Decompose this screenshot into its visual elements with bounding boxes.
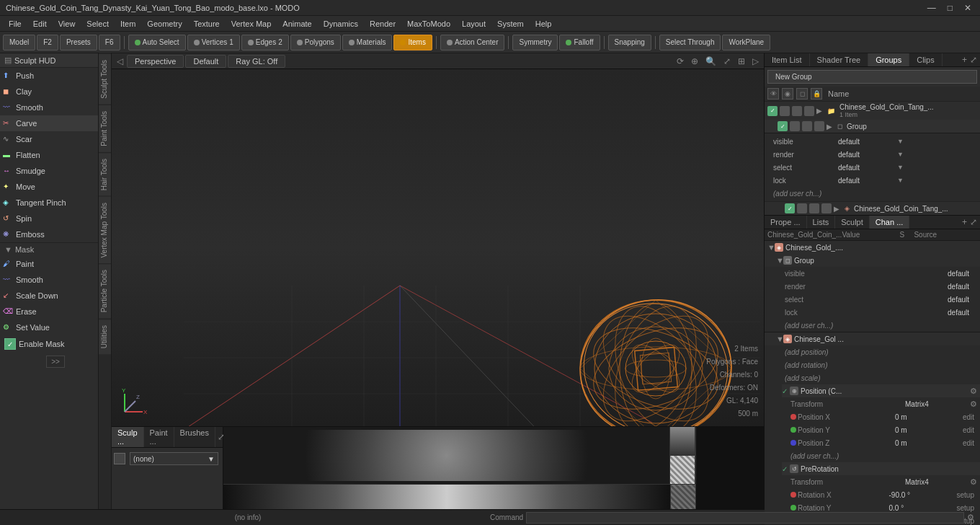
tool-clay[interactable]: ◼ Clay bbox=[0, 84, 111, 100]
side-tab-paint[interactable]: Paint Tools bbox=[99, 105, 111, 152]
tree-prerot-row[interactable]: ✓ ↺ PreRotation bbox=[782, 462, 980, 475]
f2-button[interactable]: F2 bbox=[37, 35, 58, 50]
props-tab-properties[interactable]: Prope ... bbox=[765, 216, 807, 229]
props-tab-channels[interactable]: Chan ... bbox=[870, 216, 910, 229]
g-lck-dropdown[interactable]: default ▼ bbox=[948, 309, 977, 317]
auto-select-button[interactable]: Auto Select bbox=[128, 35, 186, 50]
mesh-render-icon[interactable] bbox=[797, 203, 807, 213]
minimize-button[interactable]: — bbox=[925, 3, 939, 13]
props-tab-sculpt[interactable]: Sculpt bbox=[835, 216, 870, 229]
tool-carve[interactable]: ✂ Carve bbox=[0, 115, 111, 131]
menu-help[interactable]: Help bbox=[530, 18, 558, 30]
menu-animate[interactable]: Animate bbox=[277, 18, 317, 30]
tree-group-row[interactable]: ▼ ◻ Group bbox=[765, 254, 980, 267]
menu-render[interactable]: Render bbox=[364, 18, 401, 30]
visibility-header-icon[interactable]: 👁 bbox=[767, 88, 779, 100]
render-header-icon[interactable]: ◉ bbox=[782, 88, 793, 100]
bottom-tab-sculpt[interactable]: Sculp ... bbox=[112, 427, 144, 447]
bottom-tab-brushes[interactable]: Brushes bbox=[174, 427, 215, 447]
enable-mask-row[interactable]: ✓ Enable Mask bbox=[0, 335, 111, 353]
mesh-vis-icon[interactable]: ✓ bbox=[785, 203, 795, 213]
brush-color-swatch[interactable] bbox=[114, 453, 125, 464]
tree-root[interactable]: ▼ ◈ Chinese_Gold_.... bbox=[765, 241, 980, 254]
mesh-item[interactable]: ✓ ▶ ◈ Chinese_Gold_Coin_Tang_... bbox=[765, 201, 980, 215]
action-center-button[interactable]: Action Center bbox=[440, 35, 505, 50]
tool-spin[interactable]: ↺ Spin bbox=[0, 211, 111, 226]
vp-fit-icon[interactable]: ⤢ bbox=[721, 56, 733, 66]
presets-button[interactable]: Presets bbox=[60, 35, 97, 50]
menu-select[interactable]: Select bbox=[81, 18, 115, 30]
sub-lock-icon[interactable] bbox=[814, 121, 824, 131]
enable-mask-checkbox[interactable]: ✓ bbox=[4, 338, 16, 350]
transform2-gear[interactable]: ⚙ bbox=[970, 477, 977, 487]
sub-vis-icon[interactable]: ✓ bbox=[778, 121, 788, 131]
posx-edit[interactable]: edit bbox=[960, 413, 977, 421]
viewport-default-tab[interactable]: Default bbox=[185, 55, 226, 68]
more-button[interactable]: >> bbox=[46, 356, 65, 368]
snapping-button[interactable]: Snapping bbox=[608, 35, 651, 50]
lock-icon[interactable] bbox=[804, 106, 814, 116]
polygons-button[interactable]: Polygons bbox=[290, 35, 341, 50]
prop-render-dropdown[interactable]: default ▼ bbox=[838, 151, 868, 159]
tree-mesh-row[interactable]: ▼ ◈ Chinese_Gol ... bbox=[765, 332, 980, 345]
mesh-lock-icon[interactable] bbox=[821, 203, 832, 213]
tool-push[interactable]: ⬆ Push bbox=[0, 68, 111, 84]
select-icon[interactable] bbox=[792, 106, 802, 116]
menu-maxtomodo[interactable]: MaxToModo bbox=[401, 18, 456, 30]
menu-vertex-map[interactable]: Vertex Map bbox=[226, 18, 277, 30]
vertices-button[interactable]: Vertices 1 bbox=[187, 35, 240, 50]
select-through-button[interactable]: Select Through bbox=[659, 35, 721, 50]
prop-visible-dropdown[interactable]: default ▼ bbox=[838, 138, 868, 146]
posy-edit[interactable]: edit bbox=[960, 426, 977, 434]
g-sel-dropdown[interactable]: default ▼ bbox=[948, 296, 977, 304]
select-header-icon[interactable]: ◻ bbox=[796, 88, 808, 100]
vp-expand-icon[interactable]: ▷ bbox=[750, 56, 761, 66]
side-tab-vertex[interactable]: Vertex Map Tools bbox=[99, 196, 111, 264]
tool-flatten[interactable]: ▬ Flatten bbox=[0, 147, 111, 163]
tool-smooth2[interactable]: 〰 Smooth bbox=[0, 272, 111, 288]
tab-clips[interactable]: Clips bbox=[909, 53, 942, 66]
tool-move[interactable]: ✦ Move bbox=[0, 179, 111, 195]
menu-edit[interactable]: Edit bbox=[27, 18, 53, 30]
viewport-raygl-tab[interactable]: Ray GL: Off bbox=[228, 55, 285, 68]
render-icon[interactable] bbox=[780, 106, 790, 116]
sub-select-icon[interactable] bbox=[802, 121, 812, 131]
tool-scar[interactable]: ∿ Scar bbox=[0, 131, 111, 147]
menu-texture[interactable]: Texture bbox=[188, 18, 226, 30]
menu-item[interactable]: Item bbox=[115, 18, 141, 30]
tab-shader-tree[interactable]: Shader Tree bbox=[810, 53, 869, 66]
vis-icon[interactable]: ✓ bbox=[767, 106, 778, 116]
materials-button[interactable]: Materials bbox=[342, 35, 393, 50]
posz-edit[interactable]: edit bbox=[960, 439, 977, 447]
tool-smooth1[interactable]: 〰 Smooth bbox=[0, 100, 111, 115]
side-tab-utilities[interactable]: Utilities bbox=[99, 319, 111, 354]
prop-select-dropdown[interactable]: default ▼ bbox=[838, 164, 868, 172]
g-ren-dropdown[interactable]: default ▼ bbox=[948, 283, 977, 291]
vp-reset-icon[interactable]: ⟳ bbox=[674, 56, 686, 66]
menu-view[interactable]: View bbox=[53, 18, 81, 30]
side-tab-sculpt[interactable]: Sculpt Tools bbox=[99, 53, 111, 105]
prop-lock-dropdown[interactable]: default ▼ bbox=[838, 177, 868, 185]
viewport-perspective-tab[interactable]: Perspective bbox=[127, 55, 184, 68]
sub-render-icon[interactable] bbox=[790, 121, 800, 131]
tab-item-list[interactable]: Item List bbox=[765, 53, 810, 66]
symmetry-button[interactable]: Symmetry bbox=[512, 35, 558, 50]
menu-geometry[interactable]: Geometry bbox=[141, 18, 187, 30]
props-add-icon[interactable]: + bbox=[962, 217, 967, 227]
rotx-setup[interactable]: setup bbox=[954, 491, 977, 499]
vp-zoom-icon[interactable]: 🔍 bbox=[703, 56, 718, 66]
group-sub-item[interactable]: ✓ ▶ ◻ Group bbox=[765, 120, 980, 133]
roty-setup[interactable]: setup bbox=[954, 504, 977, 512]
new-group-button[interactable]: New Group bbox=[767, 70, 977, 84]
tool-emboss[interactable]: ❋ Emboss bbox=[0, 226, 111, 242]
maximize-button[interactable]: □ bbox=[945, 3, 956, 13]
f6-button[interactable]: F6 bbox=[99, 35, 120, 50]
workplane-button[interactable]: WorkPlane bbox=[722, 35, 770, 50]
group-item-root[interactable]: ✓ ▶ 📁 Chinese_Gold_Coin_Tang_... 1 Item bbox=[765, 102, 980, 120]
close-button[interactable]: ✕ bbox=[961, 3, 974, 13]
command-input[interactable] bbox=[526, 512, 964, 524]
side-tab-particle[interactable]: Particle Tools bbox=[99, 263, 111, 318]
pos-gear-icon[interactable]: ⚙ bbox=[970, 387, 977, 396]
vp-nav-prev[interactable]: ◁ bbox=[115, 56, 125, 66]
tool-scale-down[interactable]: ↙ Scale Down bbox=[0, 288, 111, 304]
